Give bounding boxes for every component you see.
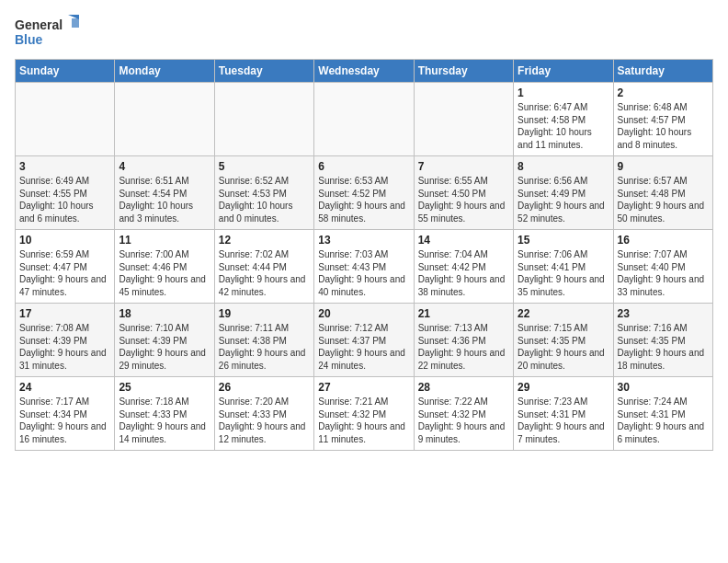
day-number: 30 [618,381,709,394]
day-number: 3 [19,160,110,173]
calendar-cell: 4Sunrise: 6:51 AM Sunset: 4:54 PM Daylig… [115,156,214,230]
day-detail: Sunrise: 7:06 AM Sunset: 4:41 PM Dayligh… [518,248,609,298]
svg-text:Blue: Blue [15,32,43,47]
day-detail: Sunrise: 7:10 AM Sunset: 4:39 PM Dayligh… [119,322,210,372]
svg-text:General: General [15,17,63,32]
calendar-week-2: 3Sunrise: 6:49 AM Sunset: 4:55 PM Daylig… [16,156,713,230]
calendar-cell: 20Sunrise: 7:12 AM Sunset: 4:37 PM Dayli… [314,304,414,377]
calendar-cell [115,83,214,156]
weekday-header-wednesday: Wednesday [314,60,414,83]
calendar-cell: 9Sunrise: 6:57 AM Sunset: 4:48 PM Daylig… [613,156,712,230]
day-number: 1 [518,86,609,99]
day-number: 4 [119,160,210,173]
calendar-cell: 16Sunrise: 7:07 AM Sunset: 4:40 PM Dayli… [613,230,712,304]
calendar-cell: 6Sunrise: 6:53 AM Sunset: 4:52 PM Daylig… [314,156,414,230]
day-number: 22 [518,307,609,320]
logo: General Blue [15,15,79,52]
calendar-cell: 7Sunrise: 6:55 AM Sunset: 4:50 PM Daylig… [414,156,513,230]
day-number: 23 [618,307,709,320]
day-number: 9 [618,160,709,173]
calendar-cell: 10Sunrise: 6:59 AM Sunset: 4:47 PM Dayli… [16,230,115,304]
calendar-cell: 5Sunrise: 6:52 AM Sunset: 4:53 PM Daylig… [214,156,313,230]
calendar-cell [214,83,313,156]
calendar-cell: 14Sunrise: 7:04 AM Sunset: 4:42 PM Dayli… [414,230,513,304]
day-number: 24 [19,381,110,394]
weekday-header-thursday: Thursday [414,60,513,83]
calendar-cell: 28Sunrise: 7:22 AM Sunset: 4:32 PM Dayli… [414,377,513,451]
day-detail: Sunrise: 7:16 AM Sunset: 4:35 PM Dayligh… [618,322,709,372]
day-detail: Sunrise: 7:18 AM Sunset: 4:33 PM Dayligh… [119,396,210,445]
day-number: 20 [318,307,409,320]
day-detail: Sunrise: 7:07 AM Sunset: 4:40 PM Dayligh… [618,248,709,298]
calendar-cell [314,83,414,156]
day-detail: Sunrise: 7:15 AM Sunset: 4:35 PM Dayligh… [518,322,609,372]
calendar-cell: 3Sunrise: 6:49 AM Sunset: 4:55 PM Daylig… [16,156,115,230]
day-detail: Sunrise: 7:08 AM Sunset: 4:39 PM Dayligh… [19,322,110,372]
page-header: General Blue [15,15,713,52]
day-detail: Sunrise: 6:52 AM Sunset: 4:53 PM Dayligh… [219,175,310,224]
day-number: 14 [418,234,509,247]
day-number: 5 [219,160,310,173]
svg-marker-2 [72,18,79,28]
day-number: 7 [418,160,509,173]
day-number: 25 [119,381,210,394]
calendar-cell: 15Sunrise: 7:06 AM Sunset: 4:41 PM Dayli… [514,230,613,304]
day-detail: Sunrise: 7:22 AM Sunset: 4:32 PM Dayligh… [418,396,509,445]
calendar-cell: 19Sunrise: 7:11 AM Sunset: 4:38 PM Dayli… [214,304,313,377]
calendar-cell: 21Sunrise: 7:13 AM Sunset: 4:36 PM Dayli… [414,304,513,377]
calendar-cell: 8Sunrise: 6:56 AM Sunset: 4:49 PM Daylig… [514,156,613,230]
day-detail: Sunrise: 6:48 AM Sunset: 4:57 PM Dayligh… [618,101,709,151]
weekday-header-sunday: Sunday [16,60,115,83]
calendar-cell: 11Sunrise: 7:00 AM Sunset: 4:46 PM Dayli… [115,230,214,304]
calendar-cell: 12Sunrise: 7:02 AM Sunset: 4:44 PM Dayli… [214,230,313,304]
day-number: 19 [219,307,310,320]
day-number: 21 [418,307,509,320]
calendar-cell: 2Sunrise: 6:48 AM Sunset: 4:57 PM Daylig… [613,83,712,156]
day-detail: Sunrise: 6:57 AM Sunset: 4:48 PM Dayligh… [618,175,709,224]
day-detail: Sunrise: 7:12 AM Sunset: 4:37 PM Dayligh… [318,322,409,372]
calendar-cell: 29Sunrise: 7:23 AM Sunset: 4:31 PM Dayli… [514,377,613,451]
day-number: 29 [518,381,609,394]
day-detail: Sunrise: 7:02 AM Sunset: 4:44 PM Dayligh… [219,248,310,298]
day-detail: Sunrise: 6:53 AM Sunset: 4:52 PM Dayligh… [318,175,409,224]
calendar-week-1: 1Sunrise: 6:47 AM Sunset: 4:58 PM Daylig… [16,83,713,156]
calendar-cell: 18Sunrise: 7:10 AM Sunset: 4:39 PM Dayli… [115,304,214,377]
day-detail: Sunrise: 6:47 AM Sunset: 4:58 PM Dayligh… [518,101,609,151]
calendar-cell: 22Sunrise: 7:15 AM Sunset: 4:35 PM Dayli… [514,304,613,377]
day-detail: Sunrise: 7:00 AM Sunset: 4:46 PM Dayligh… [119,248,210,298]
weekday-header-friday: Friday [514,60,613,83]
calendar-cell: 1Sunrise: 6:47 AM Sunset: 4:58 PM Daylig… [514,83,613,156]
calendar-cell: 27Sunrise: 7:21 AM Sunset: 4:32 PM Dayli… [314,377,414,451]
day-detail: Sunrise: 6:55 AM Sunset: 4:50 PM Dayligh… [418,175,509,224]
day-number: 26 [219,381,310,394]
weekday-header-tuesday: Tuesday [214,60,313,83]
day-detail: Sunrise: 7:20 AM Sunset: 4:33 PM Dayligh… [219,396,310,445]
day-detail: Sunrise: 6:56 AM Sunset: 4:49 PM Dayligh… [518,175,609,224]
calendar-week-3: 10Sunrise: 6:59 AM Sunset: 4:47 PM Dayli… [16,230,713,304]
weekday-header-row: SundayMondayTuesdayWednesdayThursdayFrid… [16,60,713,83]
day-number: 8 [518,160,609,173]
calendar-cell [16,83,115,156]
day-number: 10 [19,234,110,247]
calendar-cell: 25Sunrise: 7:18 AM Sunset: 4:33 PM Dayli… [115,377,214,451]
day-number: 17 [19,307,110,320]
day-number: 11 [119,234,210,247]
calendar-week-4: 17Sunrise: 7:08 AM Sunset: 4:39 PM Dayli… [16,304,713,377]
weekday-header-monday: Monday [115,60,214,83]
day-number: 13 [318,234,409,247]
day-detail: Sunrise: 6:59 AM Sunset: 4:47 PM Dayligh… [19,248,110,298]
calendar-table: SundayMondayTuesdayWednesdayThursdayFrid… [15,59,713,451]
day-detail: Sunrise: 7:04 AM Sunset: 4:42 PM Dayligh… [418,248,509,298]
day-detail: Sunrise: 7:21 AM Sunset: 4:32 PM Dayligh… [318,396,409,445]
day-number: 18 [119,307,210,320]
day-detail: Sunrise: 7:23 AM Sunset: 4:31 PM Dayligh… [518,396,609,445]
day-detail: Sunrise: 6:49 AM Sunset: 4:55 PM Dayligh… [19,175,110,224]
day-number: 15 [518,234,609,247]
day-number: 16 [618,234,709,247]
day-detail: Sunrise: 7:17 AM Sunset: 4:34 PM Dayligh… [19,396,110,445]
logo-svg: General Blue [15,15,79,52]
calendar-cell: 13Sunrise: 7:03 AM Sunset: 4:43 PM Dayli… [314,230,414,304]
day-detail: Sunrise: 7:11 AM Sunset: 4:38 PM Dayligh… [219,322,310,372]
calendar-cell [414,83,513,156]
day-detail: Sunrise: 7:13 AM Sunset: 4:36 PM Dayligh… [418,322,509,372]
